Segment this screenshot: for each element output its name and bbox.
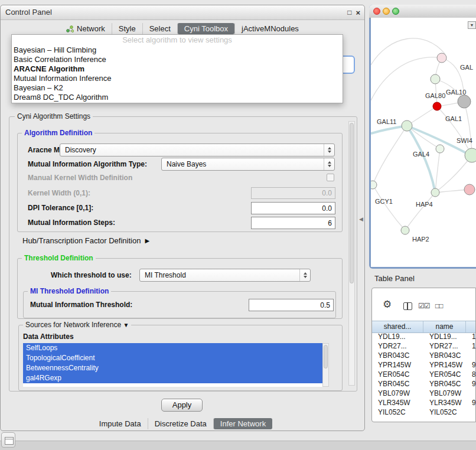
select-all-checkboxes-icon[interactable]: ☑☑ (418, 302, 430, 310)
network-node[interactable] (458, 95, 471, 108)
columns-icon[interactable] (403, 302, 412, 310)
network-node[interactable] (401, 226, 409, 234)
birdseye-toggle-icon[interactable]: ▼ (468, 21, 476, 29)
mi-steps-field[interactable] (251, 217, 335, 229)
table-row[interactable]: YBR043CYBR043C (372, 351, 475, 360)
tab-jactivemnodules[interactable]: jActiveMNodules (234, 23, 305, 34)
aracne-mode-select[interactable]: Discovery (60, 144, 335, 156)
dpi-tolerance-field[interactable] (251, 202, 335, 214)
tab-label: Select (149, 24, 171, 33)
network-node[interactable] (431, 188, 439, 197)
column-header-name[interactable]: name (423, 321, 466, 332)
table-cell: YIL052C (372, 407, 423, 417)
network-node[interactable] (371, 181, 377, 189)
zoom-traffic-light-icon[interactable] (392, 8, 399, 15)
float-window-icon[interactable]: □ (347, 8, 351, 17)
algorithm-option-aracne-algorithm[interactable]: ARACNE Algorithm (12, 64, 343, 74)
table-cell: YDL19... (372, 332, 423, 341)
table-row[interactable]: YIL052CYIL052C (372, 407, 475, 417)
table-cell: YBL079W (423, 389, 466, 398)
table-row[interactable]: YBR045CYBR045C9. (372, 379, 475, 389)
table-cell: 12 (466, 341, 475, 351)
mini-window-icon[interactable] (1, 432, 15, 448)
network-node-label: GCY1 (375, 198, 393, 205)
table-row[interactable]: YDR27...YDR27...12 (372, 341, 475, 351)
table-cell: YDR27... (423, 341, 466, 351)
minimize-traffic-light-icon[interactable] (383, 8, 390, 15)
algorithm-dropdown-popup: Select algorithm to view settings Bayesi… (11, 34, 343, 103)
control-panel-titlebar[interactable]: Control Panel □ × (1, 5, 364, 20)
manual-kernel-checkbox[interactable] (327, 174, 334, 181)
table-row[interactable]: YPR145WYPR145W9. (372, 360, 475, 370)
tab-discretize-data[interactable]: Discretize Data (148, 418, 213, 429)
network-node[interactable] (431, 74, 440, 84)
sources-group-title[interactable]: Sources for Network Inference ▼ (23, 321, 131, 329)
network-edge (405, 193, 435, 230)
hub-section-header[interactable]: Hub/Transcription Factor Definition ▶ (22, 236, 149, 245)
hub-section-label: Hub/Transcription Factor Definition (22, 236, 141, 245)
gear-icon[interactable]: ⚙ (383, 298, 392, 311)
network-edge (435, 149, 440, 193)
kernel-width-field[interactable] (251, 187, 335, 199)
tab-select[interactable]: Select (142, 23, 177, 34)
combo-arrows-icon (324, 158, 334, 170)
attribute-gal4rgexp[interactable]: gal4RGexp (23, 373, 322, 383)
tab-network[interactable]: Network (60, 23, 112, 34)
tab-infer-network[interactable]: Infer Network (213, 418, 272, 429)
network-node-label: GAL (460, 64, 473, 71)
algorithm-option-basic-correlation-inference[interactable]: Basic Correlation Inference (12, 55, 343, 64)
algorithm-definition-title: Algorithm Definition (22, 129, 94, 137)
aracne-mode-value: Discovery (60, 146, 324, 154)
network-edge (373, 126, 407, 185)
network-node[interactable] (465, 148, 476, 162)
which-threshold-label: Which threshold to use: (51, 269, 132, 282)
network-node[interactable] (402, 120, 412, 131)
table-panel-title: Table Panel (374, 274, 415, 283)
table-cell: 9. (466, 379, 475, 389)
tab-style[interactable]: Style (112, 23, 142, 34)
window-title: Control Panel (5, 5, 52, 19)
algorithm-option-bayesian-k2[interactable]: Bayesian – K2 (12, 83, 343, 93)
deselect-all-checkboxes-icon[interactable]: □□ (435, 302, 443, 310)
network-edge (373, 185, 405, 230)
attribute-selfloops[interactable]: SelfLoops (23, 343, 322, 353)
table-cell: 8. (466, 370, 475, 379)
network-node[interactable] (433, 102, 441, 110)
data-attributes-list[interactable]: SelfLoopsTopologicalCoefficientBetweenne… (23, 343, 322, 387)
table-cell: YBL079W (372, 389, 423, 398)
network-node[interactable] (464, 184, 475, 195)
algorithm-option-mutual-information-inference[interactable]: Mutual Information Inference (12, 74, 343, 83)
dpi-tolerance-label: DPI Tolerance [0,1]: (28, 202, 93, 214)
network-node[interactable] (437, 53, 446, 63)
table-cell: YBR043C (372, 351, 423, 360)
close-window-icon[interactable]: × (356, 8, 360, 17)
mi-type-select[interactable]: Naive Bayes (161, 158, 335, 171)
table-row[interactable]: YLR345WYLR345W9. (372, 398, 475, 407)
close-traffic-light-icon[interactable] (373, 8, 380, 15)
network-window-titlebar[interactable] (369, 5, 476, 18)
which-threshold-select[interactable]: MI Threshold (139, 269, 311, 282)
splitter-collapse-icon[interactable]: ◀ (359, 216, 363, 222)
network-canvas[interactable]: GALGAL80GAL10GAL11GAL1SWI4GAL4GCY1HAP4HA… (371, 18, 476, 267)
attributes-scrollbar[interactable] (322, 343, 329, 387)
algorithm-option-dream8-dc-tdc-algorithm[interactable]: Dream8 DC_TDC Algorithm (12, 93, 343, 102)
column-header-col2[interactable] (466, 321, 476, 332)
mi-threshold-field[interactable] (249, 299, 334, 311)
table-row[interactable]: YBL079WYBL079W (372, 389, 475, 398)
attributes-scrollbar-thumb[interactable] (324, 345, 328, 369)
network-node[interactable] (436, 145, 444, 153)
attribute-betweennesscentrality[interactable]: BetweennessCentrality (23, 363, 322, 373)
tab-impute-data[interactable]: Impute Data (93, 418, 148, 429)
table-row[interactable]: YER054CYER054C8. (372, 370, 475, 379)
table-row[interactable]: YDL19...YDL19...13 (372, 332, 475, 341)
algorithm-option-bayesian-hill-climbing[interactable]: Bayesian – Hill Climbing (12, 45, 343, 55)
apply-button[interactable]: Apply (161, 399, 203, 412)
attribute-topologicalcoefficient[interactable]: TopologicalCoefficient (23, 353, 322, 363)
settings-scrollbar[interactable] (348, 121, 355, 386)
settings-scrollbar-thumb[interactable] (350, 123, 354, 283)
bottom-tab-bar: Impute DataDiscretize DataInfer Network (1, 418, 364, 429)
table-body: YDL19...YDL19...13YDR27...YDR27...12YBR0… (372, 332, 475, 422)
column-header-shared[interactable]: shared... (372, 321, 423, 332)
tab-cyni-toolbox[interactable]: Cyni Toolbox (177, 23, 234, 34)
table-cell: YPR145W (372, 360, 423, 370)
